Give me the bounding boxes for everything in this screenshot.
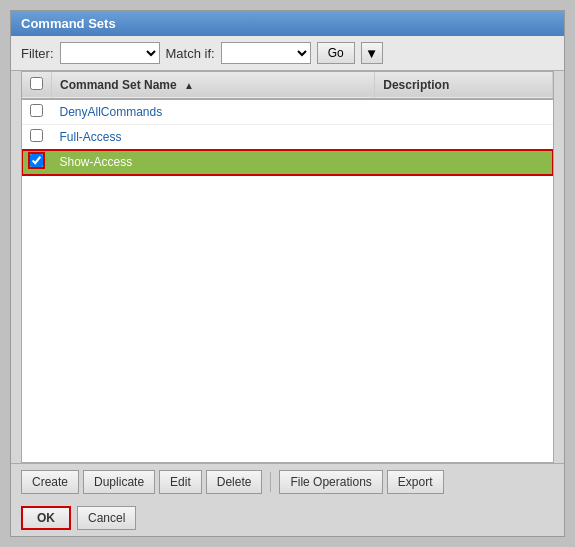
table-body: DenyAllCommandsFull-AccessShow-Access (22, 99, 553, 175)
delete-button[interactable]: Delete (206, 470, 263, 494)
filter-label: Filter: (21, 46, 54, 61)
row-description-cell (375, 150, 553, 175)
command-set-link[interactable]: Show-Access (60, 155, 133, 169)
go-button[interactable]: Go (317, 42, 355, 64)
table-row[interactable]: Full-Access (22, 125, 553, 150)
row-name-cell: Full-Access (52, 125, 375, 150)
col-header-description: Description (375, 72, 553, 99)
row-name-cell: DenyAllCommands (52, 99, 375, 125)
sort-asc-icon: ▲ (184, 80, 194, 91)
dropdown-arrow-button[interactable]: ▼ (361, 42, 383, 64)
col-header-checkbox (22, 72, 52, 99)
col-header-name-label: Command Set Name (60, 78, 177, 92)
row-name-cell: Show-Access (52, 150, 375, 175)
table-row[interactable]: DenyAllCommands (22, 99, 553, 125)
cancel-button[interactable]: Cancel (77, 506, 136, 530)
row-checkbox-cell (22, 125, 52, 150)
ok-button[interactable]: OK (21, 506, 71, 530)
row-checkbox[interactable] (30, 154, 43, 167)
file-operations-button[interactable]: File Operations (279, 470, 382, 494)
edit-button[interactable]: Edit (159, 470, 202, 494)
filter-bar: Filter: Match if: Go ▼ (11, 36, 564, 71)
duplicate-button[interactable]: Duplicate (83, 470, 155, 494)
command-sets-table-container: Command Set Name ▲ Description DenyAllCo… (21, 71, 554, 463)
command-sets-table: Command Set Name ▲ Description DenyAllCo… (22, 72, 553, 175)
table-header-row: Command Set Name ▲ Description (22, 72, 553, 99)
filter-select[interactable] (60, 42, 160, 64)
command-sets-dialog: Command Sets Filter: Match if: Go ▼ Comm… (10, 10, 565, 537)
match-if-select[interactable] (221, 42, 311, 64)
row-description-cell (375, 99, 553, 125)
action-bar: Create Duplicate Edit Delete File Operat… (11, 463, 564, 500)
command-set-link[interactable]: Full-Access (60, 130, 122, 144)
row-checkbox[interactable] (30, 129, 43, 142)
row-checkbox[interactable] (30, 104, 43, 117)
dropdown-arrow-icon: ▼ (365, 46, 378, 61)
dialog-title: Command Sets (11, 11, 564, 36)
row-description-cell (375, 125, 553, 150)
row-checkbox-cell (22, 150, 52, 175)
match-label: Match if: (166, 46, 215, 61)
button-separator (270, 472, 271, 492)
row-checkbox-cell (22, 99, 52, 125)
col-header-name[interactable]: Command Set Name ▲ (52, 72, 375, 99)
footer-bar: OK Cancel (11, 500, 564, 536)
table-row[interactable]: Show-Access (22, 150, 553, 175)
select-all-checkbox[interactable] (30, 77, 43, 90)
create-button[interactable]: Create (21, 470, 79, 494)
command-set-link[interactable]: DenyAllCommands (60, 105, 163, 119)
export-button[interactable]: Export (387, 470, 444, 494)
